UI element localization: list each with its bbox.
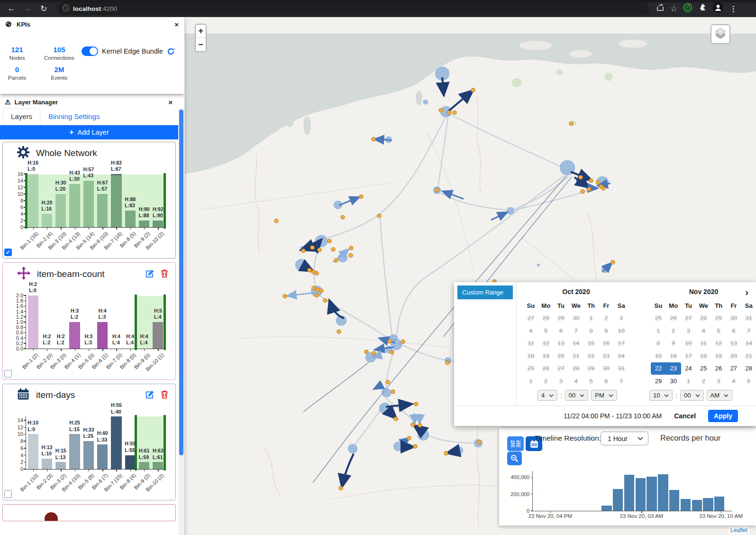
- custom-range-option[interactable]: Custom Range: [457, 286, 513, 299]
- reload-button[interactable]: ↻: [37, 2, 50, 15]
- brush-selection[interactable]: [136, 416, 165, 469]
- day-cell[interactable]: 26: [538, 362, 554, 375]
- day-cell[interactable]: 8: [583, 324, 599, 337]
- next-month-button[interactable]: ›: [745, 287, 748, 298]
- day-cell[interactable]: 24: [681, 362, 696, 375]
- share-icon[interactable]: [656, 3, 665, 14]
- tab-layers[interactable]: Layers: [3, 108, 40, 125]
- day-cell[interactable]: 5: [538, 324, 554, 337]
- day-cell[interactable]: 27: [681, 312, 696, 325]
- scrollbar-thumb[interactable]: [179, 110, 183, 455]
- day-cell[interactable]: 25: [696, 362, 711, 375]
- forward-button[interactable]: →: [21, 2, 34, 15]
- day-cell[interactable]: 21: [568, 350, 583, 362]
- tab-binning-settings[interactable]: Binning Settings: [40, 108, 108, 125]
- day-cell[interactable]: 11: [696, 337, 711, 350]
- brush-handle[interactable]: [164, 173, 166, 229]
- day-cell[interactable]: 16: [666, 350, 681, 362]
- day-cell[interactable]: 3: [554, 375, 569, 387]
- end-minute-select[interactable]: 00: [680, 390, 703, 401]
- day-cell[interactable]: 30: [726, 312, 741, 325]
- day-cell[interactable]: 25: [523, 362, 538, 375]
- day-cell[interactable]: 6: [726, 324, 741, 337]
- day-cell[interactable]: 3: [614, 312, 629, 325]
- cancel-button[interactable]: Cancel: [674, 412, 696, 420]
- day-cell[interactable]: 2: [696, 375, 711, 387]
- day-cell[interactable]: 7: [568, 324, 583, 337]
- day-cell[interactable]: 28: [696, 312, 711, 325]
- day-cell[interactable]: 20: [554, 350, 569, 362]
- map-layers-button[interactable]: [710, 24, 730, 44]
- day-cell[interactable]: 12: [711, 337, 726, 350]
- day-cell[interactable]: 4: [523, 324, 538, 337]
- start-hour-select[interactable]: 4: [537, 390, 557, 401]
- leaflet-attribution[interactable]: Leaflet: [729, 526, 749, 534]
- day-cell[interactable]: 29: [711, 312, 726, 325]
- day-cell[interactable]: 19: [711, 350, 726, 362]
- day-cell[interactable]: 11: [523, 337, 538, 350]
- start-minute-select[interactable]: 00: [565, 390, 588, 401]
- delete-layer-button[interactable]: [160, 269, 169, 280]
- day-cell[interactable]: 18: [696, 350, 711, 362]
- day-cell[interactable]: 7: [741, 324, 756, 337]
- kernel-edge-bundle-toggle[interactable]: [82, 46, 98, 56]
- day-cell[interactable]: 22: [583, 350, 599, 362]
- day-cell[interactable]: 29: [554, 312, 569, 325]
- day-cell[interactable]: 9: [599, 324, 614, 337]
- day-cell[interactable]: 3: [711, 375, 726, 387]
- day-cell[interactable]: 26: [666, 312, 681, 325]
- day-cell[interactable]: 9: [666, 337, 681, 350]
- selected-day[interactable]: 23: [666, 362, 681, 375]
- day-cell[interactable]: 1: [681, 375, 696, 387]
- day-cell[interactable]: 14: [741, 337, 756, 350]
- scrollbar-track[interactable]: [178, 108, 184, 535]
- end-hour-select[interactable]: 10: [649, 390, 673, 401]
- menu-kebab-icon[interactable]: ⋮: [729, 4, 737, 13]
- day-cell[interactable]: 15: [651, 350, 666, 362]
- day-cell[interactable]: 19: [538, 350, 554, 362]
- day-cell[interactable]: 26: [711, 362, 726, 375]
- day-cell[interactable]: 10: [681, 337, 696, 350]
- day-cell[interactable]: 4: [696, 324, 711, 337]
- binning-view-button[interactable]: [507, 436, 524, 451]
- day-cell[interactable]: 30: [666, 375, 681, 387]
- day-cell[interactable]: 1: [583, 312, 599, 325]
- selected-day[interactable]: 22: [651, 362, 666, 375]
- day-cell[interactable]: 6: [554, 324, 569, 337]
- day-cell[interactable]: 4: [726, 375, 741, 387]
- day-cell[interactable]: 4: [568, 375, 583, 387]
- day-cell[interactable]: 18: [523, 350, 538, 362]
- day-cell[interactable]: 5: [741, 375, 756, 387]
- edit-layer-button[interactable]: [146, 390, 155, 401]
- day-cell[interactable]: 7: [614, 375, 629, 387]
- bookmark-star-icon[interactable]: ☆: [670, 4, 677, 14]
- back-button[interactable]: ←: [5, 2, 18, 15]
- day-cell[interactable]: 15: [583, 337, 599, 350]
- day-cell[interactable]: 3: [681, 324, 696, 337]
- brush-handle[interactable]: [25, 173, 27, 229]
- day-cell[interactable]: 29: [583, 362, 599, 375]
- day-cell[interactable]: 31: [614, 362, 629, 375]
- layer-visibility-checkbox[interactable]: [4, 370, 12, 378]
- day-cell[interactable]: 1: [523, 375, 538, 387]
- brush-handle[interactable]: [164, 295, 166, 350]
- start-ampm-select[interactable]: PM: [591, 390, 617, 401]
- layer-visibility-checkbox[interactable]: ✓: [4, 249, 12, 256]
- day-cell[interactable]: 14: [568, 337, 583, 350]
- day-cell[interactable]: 30: [568, 312, 583, 325]
- day-cell[interactable]: 27: [523, 312, 538, 325]
- day-cell[interactable]: 10: [614, 324, 629, 337]
- day-cell[interactable]: 6: [599, 375, 614, 387]
- zoom-out-button[interactable]: −: [196, 38, 206, 51]
- refresh-icon[interactable]: [167, 47, 175, 55]
- day-cell[interactable]: 31: [741, 312, 756, 325]
- end-ampm-select[interactable]: AM: [707, 390, 733, 401]
- close-icon[interactable]: ×: [174, 21, 179, 28]
- brush-handle[interactable]: [164, 415, 166, 470]
- delete-layer-button[interactable]: [160, 390, 169, 401]
- close-icon[interactable]: ×: [168, 99, 173, 106]
- day-cell[interactable]: 30: [599, 362, 614, 375]
- day-cell[interactable]: 17: [681, 350, 696, 362]
- extensions-puzzle-icon[interactable]: [698, 3, 707, 14]
- day-cell[interactable]: 24: [614, 350, 629, 362]
